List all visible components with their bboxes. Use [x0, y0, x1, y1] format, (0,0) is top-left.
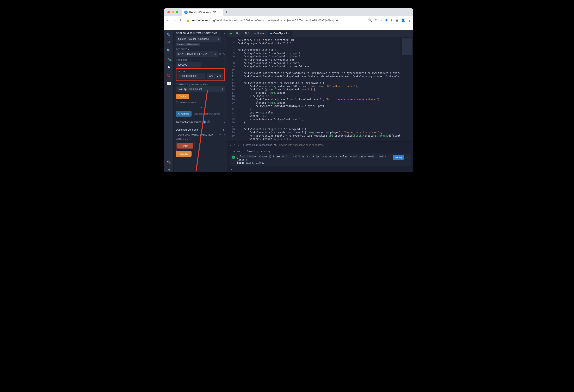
- extension-coinbase-icon[interactable]: [385, 19, 388, 22]
- transactions-recorded-row[interactable]: Transactions recorded 1 ⓘ ›: [176, 120, 225, 124]
- solidity-file-icon: ◆: [270, 32, 272, 35]
- reload-button[interactable]: ⟳: [179, 18, 184, 22]
- file-tab[interactable]: ◆ CoinFlip.sol ×: [267, 31, 292, 36]
- tx-log-text: [block:540150 txIndex:0] from: 0x1A1...4…: [237, 155, 389, 165]
- clear-deployed-icon[interactable]: 🗑: [222, 128, 225, 131]
- maximize-window-icon[interactable]: [176, 11, 178, 13]
- deploy-button[interactable]: Deploy: [176, 94, 189, 99]
- enter-highlight-box: enter: [176, 142, 194, 151]
- sidepanel-icon[interactable]: ▣: [395, 18, 398, 22]
- nav-iconbar: ◎ 🗂 🔍 ⟲ ◆ 🐞 📊 🔌 ⚙: [164, 30, 174, 172]
- or-separator: OR: [176, 106, 225, 109]
- remix-ide: ◎ 🗂 🔍 ⟲ ◆ 🐞 📊 🔌 ⚙ DEPLOY & RUN TRANSACTI…: [164, 30, 413, 172]
- file-explorer-icon[interactable]: 🗂: [167, 40, 171, 44]
- debug-button[interactable]: Debug: [393, 155, 404, 160]
- tx-log-row[interactable]: ✓ [block:540150 txIndex:0] from: 0x1A1..…: [230, 153, 410, 166]
- solidity-compiler-icon[interactable]: ⟲: [167, 56, 171, 61]
- editor-tabs: ▶ 🔍⁻ 🔍⁺ ⌂ Home ◆ CoinFlip.sol ×: [227, 30, 413, 37]
- zoom-in-icon[interactable]: 🔍⁺: [243, 31, 250, 36]
- remix-logo-icon[interactable]: ◎: [167, 32, 171, 36]
- tabs-overflow-icon[interactable]: ⌄: [408, 10, 410, 14]
- info-icon[interactable]: ⓘ: [207, 120, 210, 124]
- at-address-button[interactable]: At Address: [176, 111, 192, 117]
- url-host: remix.ethereum.org: [191, 19, 215, 22]
- collapse-terminal-icon[interactable]: ⌄: [229, 144, 231, 147]
- env-info-icon[interactable]: ⓘ: [223, 37, 225, 41]
- environment-select[interactable]: Injected Provider - Coinbase ▲▼: [176, 36, 221, 42]
- value-label: VALUE: [178, 70, 223, 73]
- home-tab-label: Home: [257, 32, 264, 35]
- value-input[interactable]: 1000000000000: [178, 74, 205, 79]
- value-highlight-box: VALUE 1000000000000 Wei ▲▼: [176, 68, 225, 81]
- minimize-window-icon[interactable]: [171, 11, 174, 13]
- gas-input[interactable]: 3000000: [176, 62, 201, 67]
- remove-deployed-icon[interactable]: ✕: [223, 133, 225, 136]
- url-bar[interactable]: 🔒remix.ethereum.org/#optimize=false&runs…: [186, 19, 366, 22]
- environment-value: Injected Provider - Coinbase: [178, 37, 209, 40]
- publish-ipfs-checkbox[interactable]: Publish to IPFS: [176, 101, 225, 104]
- minimap[interactable]: [400, 37, 413, 141]
- zoom-out-icon[interactable]: 🔍⁻: [235, 31, 242, 36]
- debugger-icon[interactable]: 🐞: [167, 73, 171, 77]
- gas-label: GAS LIMIT: [176, 59, 225, 61]
- run-script-icon[interactable]: ▶: [229, 31, 233, 36]
- close-tab-icon[interactable]: ×: [219, 11, 221, 14]
- profile-avatar-icon[interactable]: 👤: [401, 18, 405, 22]
- account-label: ACCOUNT ⊕: [176, 48, 225, 51]
- panel-chevron-icon[interactable]: ›: [224, 32, 225, 35]
- plugin-manager-icon[interactable]: 🔌: [167, 160, 171, 164]
- terminal-prompt[interactable]: >: [227, 167, 413, 172]
- extensions-icon[interactable]: ✦: [390, 18, 393, 22]
- deploy-run-icon[interactable]: ◆: [167, 65, 171, 69]
- back-button[interactable]: ←: [166, 18, 170, 22]
- home-tab[interactable]: ⌂ Home: [252, 31, 266, 36]
- checkbox-icon: [176, 101, 178, 104]
- code-editor[interactable]: 1234567891011121314151617181920212223242…: [227, 37, 413, 141]
- new-tab-button[interactable]: +: [226, 10, 228, 15]
- deployed-contracts-header: Deployed Contracts 🗑: [176, 128, 225, 131]
- zoom-icon[interactable]: 🔍: [368, 18, 372, 22]
- tx-recorded-label: Transactions recorded: [176, 121, 202, 124]
- listen-checkbox[interactable]: [241, 144, 244, 146]
- value-unit-select[interactable]: Wei ▲▼: [207, 74, 223, 79]
- stepper-icon: ▲▼: [217, 75, 222, 77]
- browser-tabstrip: Remix - Ethereum IDE × + ⌄: [164, 8, 413, 16]
- forward-button[interactable]: →: [173, 18, 177, 22]
- window-controls[interactable]: [167, 11, 178, 13]
- chevron-right-icon: ›: [176, 133, 177, 136]
- contract-select[interactable]: CoinFlip - CoinFlip.sol ▲▼: [176, 86, 225, 92]
- stepper-icon: ▲▼: [214, 53, 216, 56]
- share-icon[interactable]: ⇪: [375, 18, 377, 22]
- edit-account-icon[interactable]: ✎: [223, 53, 225, 56]
- page-content-top-gap: [164, 24, 413, 30]
- copy-account-icon[interactable]: ⧉: [219, 53, 221, 56]
- deployed-title: Deployed Contracts: [176, 128, 199, 131]
- bookmark-icon[interactable]: ☆: [380, 18, 382, 22]
- browser-tab[interactable]: Remix - Ethereum IDE ×: [182, 9, 223, 16]
- code-content[interactable]: "c-cmt">// SPDX-License-Identifier: MIT …: [236, 37, 413, 141]
- terminal-output: creation of CoinFlip pending... ✓ [block…: [227, 149, 413, 167]
- file-tab-label: CoinFlip.sol: [273, 32, 287, 35]
- publish-ipfs-label: Publish to IPFS: [180, 101, 196, 104]
- url-path: /#optimize=false&runs=200&evmVersion=nul…: [215, 19, 339, 22]
- fn-enter-button[interactable]: enter: [177, 143, 193, 149]
- deploy-panel: DEPLOY & RUN TRANSACTIONS ✓ › Injected P…: [174, 30, 227, 172]
- kebab-menu-icon[interactable]: ⋮: [408, 18, 411, 22]
- chevron-down-icon[interactable]: ⌄: [407, 155, 409, 158]
- listen-label: listen on all transactions: [246, 144, 272, 147]
- terminal-search-icon[interactable]: 🔍: [274, 144, 277, 147]
- terminal-search-input[interactable]: [279, 144, 411, 147]
- clear-terminal-icon[interactable]: ⊘: [233, 144, 236, 147]
- add-account-icon[interactable]: ⊕: [188, 48, 189, 51]
- account-select[interactable]: 0x1A1...44575 (1.49515925 ▲▼: [176, 51, 218, 57]
- close-window-icon[interactable]: [167, 11, 170, 13]
- search-icon[interactable]: 🔍: [167, 48, 171, 52]
- fn-flipcoin-button[interactable]: flipCoin: [176, 151, 192, 157]
- remix-favicon-icon: [184, 11, 188, 14]
- at-address-hint: Load contract from Address: [194, 113, 220, 115]
- contract-value: CoinFlip - CoinFlip.sol: [178, 88, 202, 91]
- close-tab-icon[interactable]: ×: [288, 32, 289, 35]
- copy-address-icon[interactable]: ⧉: [219, 133, 221, 136]
- settings-icon[interactable]: ⚙: [167, 168, 171, 172]
- analysis-icon[interactable]: 📊: [167, 81, 171, 85]
